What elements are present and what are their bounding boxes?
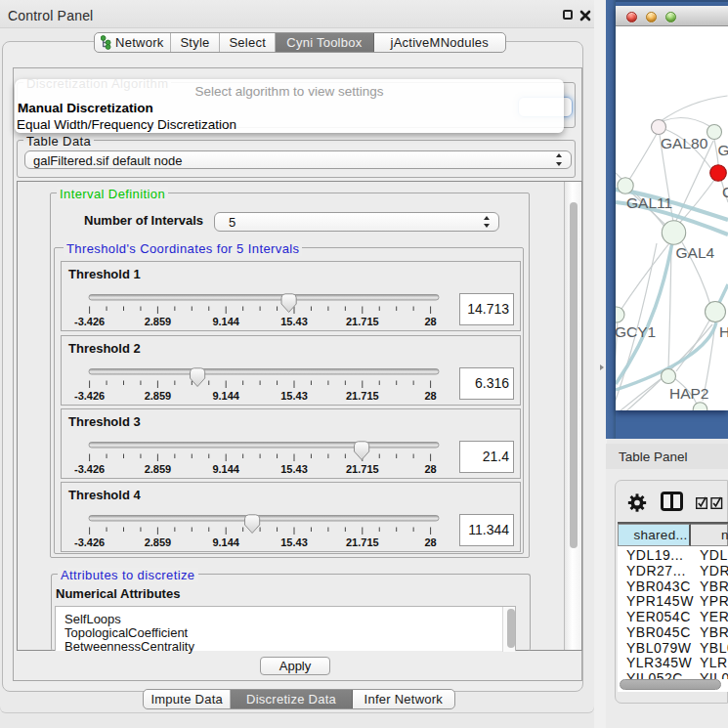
svg-text:15.43: 15.43 (280, 390, 308, 402)
svg-text:9.144: 9.144 (212, 390, 239, 402)
svg-text:28: 28 (424, 463, 436, 475)
svg-text:28: 28 (424, 316, 436, 327)
svg-text:2.859: 2.859 (145, 390, 172, 402)
svg-text:15.43: 15.43 (280, 463, 308, 475)
svg-text:GA: GA (718, 142, 728, 158)
svg-text:-3.426: -3.426 (74, 316, 105, 327)
svg-text:21.715: 21.715 (346, 390, 379, 402)
svg-text:-3.426: -3.426 (74, 463, 105, 475)
svg-text:-3.426: -3.426 (74, 390, 105, 402)
svg-text:9.144: 9.144 (212, 316, 239, 327)
svg-text:9.144: 9.144 (212, 536, 239, 548)
svg-text:21.715: 21.715 (346, 316, 379, 327)
svg-text:28: 28 (424, 536, 436, 548)
svg-text:15.43: 15.43 (280, 316, 308, 327)
svg-text:GCY1: GCY1 (616, 323, 656, 340)
svg-text:GAL80: GAL80 (661, 135, 708, 151)
svg-text:15.43: 15.43 (280, 536, 308, 548)
svg-text:2.859: 2.859 (145, 463, 172, 475)
svg-text:H: H (719, 323, 728, 340)
svg-text:21.715: 21.715 (346, 536, 379, 548)
svg-text:2.859: 2.859 (145, 316, 172, 327)
svg-text:28: 28 (424, 390, 436, 402)
svg-text:-3.426: -3.426 (74, 536, 105, 548)
svg-text:GAL11: GAL11 (626, 194, 672, 211)
svg-text:C: C (722, 184, 728, 200)
svg-text:9.144: 9.144 (212, 463, 239, 475)
svg-text:21.715: 21.715 (346, 463, 379, 475)
svg-text:GAL4: GAL4 (676, 244, 715, 261)
svg-text:2.859: 2.859 (145, 536, 172, 548)
svg-text:HAP2: HAP2 (669, 385, 709, 402)
